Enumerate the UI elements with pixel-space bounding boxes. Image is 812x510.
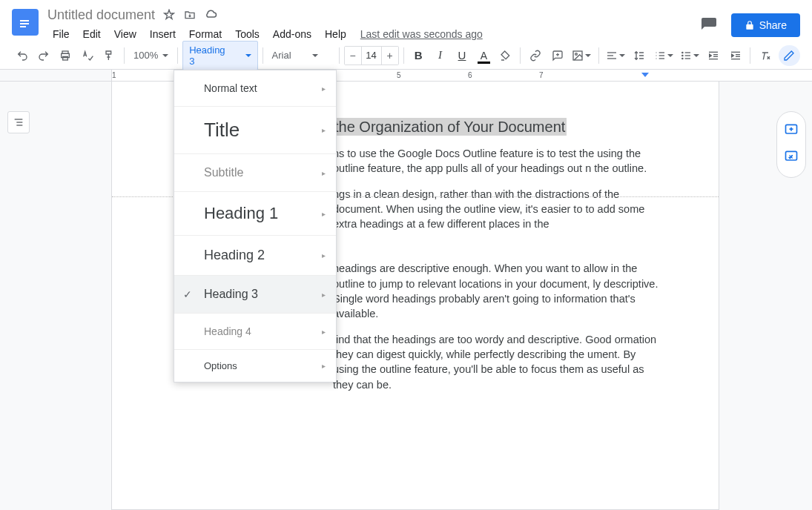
- styles-selector[interactable]: Heading 3: [182, 41, 257, 70]
- svg-point-15: [682, 55, 683, 56]
- menu-help[interactable]: Help: [320, 27, 351, 42]
- suggest-edits-rail-icon[interactable]: [784, 149, 799, 167]
- svg-point-16: [682, 58, 683, 59]
- font-size-input[interactable]: [361, 47, 382, 64]
- style-option-heading1[interactable]: Heading 1▸: [174, 192, 336, 236]
- menu-view[interactable]: View: [109, 27, 142, 42]
- font-size-control: − +: [344, 46, 399, 65]
- style-option-normal[interactable]: Normal text▸: [174, 70, 336, 107]
- svg-point-14: [682, 52, 683, 53]
- svg-rect-1: [20, 23, 29, 24]
- outline-toggle-icon[interactable]: [7, 111, 30, 133]
- increase-indent-icon[interactable]: [725, 45, 745, 66]
- insert-link-icon[interactable]: [525, 45, 545, 66]
- styles-dropdown: Normal text▸ Title▸ Subtitle▸ Heading 1▸…: [174, 70, 337, 382]
- font-size-decrease[interactable]: −: [345, 47, 361, 64]
- undo-icon[interactable]: [12, 45, 32, 66]
- align-icon[interactable]: [603, 45, 627, 66]
- ruler: 1 2 3 4 5 6 7: [0, 70, 812, 82]
- print-icon[interactable]: [56, 45, 76, 66]
- header: Untitled document File Edit View Insert …: [0, 0, 812, 42]
- line-spacing-icon[interactable]: [630, 45, 650, 66]
- svg-rect-0: [20, 20, 29, 21]
- underline-icon[interactable]: U: [452, 45, 472, 66]
- font-selector[interactable]: Arial: [268, 47, 334, 64]
- add-comment-icon[interactable]: [547, 45, 567, 66]
- menu-addons[interactable]: Add-ons: [268, 27, 317, 42]
- zoom-selector[interactable]: 100%: [129, 47, 173, 64]
- italic-icon[interactable]: I: [430, 45, 450, 66]
- svg-rect-2: [20, 26, 26, 27]
- share-label: Share: [759, 19, 787, 31]
- svg-point-7: [575, 53, 578, 55]
- editing-mode-icon[interactable]: [779, 45, 800, 66]
- docs-logo-icon[interactable]: [12, 9, 39, 36]
- right-rail: [776, 111, 806, 178]
- highlight-color-icon[interactable]: [495, 45, 515, 66]
- text-color-icon[interactable]: A: [474, 45, 494, 66]
- clear-formatting-icon[interactable]: [755, 45, 775, 66]
- paint-format-icon[interactable]: [99, 45, 119, 66]
- style-option-heading4[interactable]: Heading 4▸: [174, 314, 336, 350]
- menu-tools[interactable]: Tools: [230, 27, 265, 42]
- style-option-title[interactable]: Title▸: [174, 107, 336, 154]
- star-icon[interactable]: [162, 8, 176, 21]
- move-icon[interactable]: [183, 8, 197, 21]
- numbered-list-icon[interactable]: [651, 45, 676, 66]
- open-comments-icon[interactable]: [697, 13, 721, 37]
- style-option-heading3[interactable]: ✓Heading 3▸: [174, 276, 336, 314]
- bulleted-list-icon[interactable]: [677, 45, 702, 66]
- style-option-heading2[interactable]: Heading 2▸: [174, 236, 336, 276]
- menu-insert[interactable]: Insert: [145, 27, 181, 42]
- bold-icon[interactable]: B: [409, 45, 429, 66]
- insert-image-icon[interactable]: [569, 45, 593, 66]
- workspace: the Organization of Your Document ns to …: [0, 82, 812, 510]
- style-option-subtitle[interactable]: Subtitle▸: [174, 154, 336, 192]
- share-button[interactable]: Share: [731, 13, 800, 37]
- title-area: Untitled document File Edit View Insert …: [47, 6, 697, 42]
- spellcheck-icon[interactable]: [77, 45, 97, 66]
- document-title[interactable]: Untitled document: [47, 7, 155, 23]
- font-size-increase[interactable]: +: [382, 47, 398, 64]
- menu-edit[interactable]: Edit: [78, 27, 106, 42]
- last-edit-link[interactable]: Last edit was seconds ago: [360, 28, 483, 40]
- decrease-indent-icon[interactable]: [704, 45, 724, 66]
- add-comment-rail-icon[interactable]: [784, 122, 799, 140]
- redo-icon[interactable]: [33, 45, 53, 66]
- toolbar: 100% Heading 3 Arial − + B I U A: [0, 42, 812, 70]
- indent-marker-icon[interactable]: [641, 73, 649, 80]
- menu-bar: File Edit View Insert Format Tools Add-o…: [47, 27, 697, 42]
- style-option-options[interactable]: Options▸: [174, 350, 336, 382]
- menu-file[interactable]: File: [47, 27, 75, 42]
- menu-format[interactable]: Format: [184, 27, 227, 42]
- cloud-status-icon[interactable]: [204, 8, 217, 21]
